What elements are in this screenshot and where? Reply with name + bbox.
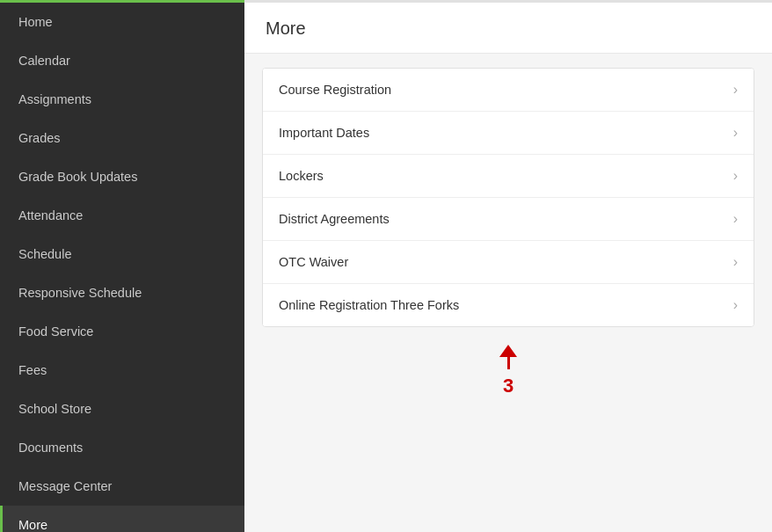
sidebar-item-label-grade-book-updates: Grade Book Updates xyxy=(18,170,137,184)
main-header: More xyxy=(244,3,772,54)
sidebar-item-label-more: More xyxy=(18,518,47,532)
chevron-icon-online-registration: › xyxy=(733,297,738,313)
sidebar-item-food-service[interactable]: Food Service xyxy=(0,312,244,351)
sidebar-item-fees[interactable]: Fees xyxy=(0,351,244,390)
sidebar-item-label-documents: Documents xyxy=(18,441,83,455)
menu-item-course-registration[interactable]: Course Registration› xyxy=(263,69,754,112)
sidebar-item-label-schedule: Schedule xyxy=(18,247,71,261)
menu-item-label-otc-waiver: OTC Waiver xyxy=(279,255,348,269)
menu-item-otc-waiver[interactable]: OTC Waiver› xyxy=(263,241,754,284)
sidebar-item-label-assignments: Assignments xyxy=(18,92,91,106)
sidebar-item-label-attendance: Attendance xyxy=(18,208,83,222)
main-content: Course Registration›Important Dates›Lock… xyxy=(244,54,772,532)
sidebar-item-school-store[interactable]: School Store xyxy=(0,390,244,428)
menu-item-label-online-registration: Online Registration Three Forks xyxy=(279,298,459,312)
sidebar-item-label-message-center: Message Center xyxy=(18,479,112,493)
menu-item-label-district-agreements: District Agreements xyxy=(279,212,390,226)
sidebar-item-grade-book-updates[interactable]: Grade Book Updates xyxy=(0,157,244,196)
annotation-number: 3 xyxy=(503,375,513,397)
menu-item-label-course-registration: Course Registration xyxy=(279,83,391,97)
sidebar-item-responsive-schedule[interactable]: Responsive Schedule xyxy=(0,273,244,312)
chevron-icon-important-dates: › xyxy=(733,125,738,141)
page-title: More xyxy=(266,18,751,39)
sidebar-item-calendar[interactable]: Calendar xyxy=(0,41,244,80)
menu-item-online-registration[interactable]: Online Registration Three Forks› xyxy=(263,284,754,326)
sidebar-item-schedule[interactable]: Schedule xyxy=(0,235,244,273)
chevron-icon-district-agreements: › xyxy=(733,211,738,227)
more-menu-list: Course Registration›Important Dates›Lock… xyxy=(262,68,754,327)
sidebar-item-grades[interactable]: Grades xyxy=(0,119,244,157)
chevron-icon-otc-waiver: › xyxy=(733,254,738,270)
sidebar-item-label-school-store: School Store xyxy=(18,402,91,416)
sidebar-item-label-responsive-schedule: Responsive Schedule xyxy=(18,286,142,300)
annotation-area: 3 xyxy=(262,327,754,415)
sidebar-item-label-fees: Fees xyxy=(18,363,47,377)
sidebar-item-home[interactable]: Home xyxy=(0,3,244,41)
menu-item-district-agreements[interactable]: District Agreements› xyxy=(263,198,754,241)
annotation-arrow-line xyxy=(507,357,510,369)
chevron-icon-course-registration: › xyxy=(733,82,738,98)
annotation-arrow-head xyxy=(499,345,517,357)
sidebar-item-message-center[interactable]: Message Center xyxy=(0,467,244,506)
main-panel: More Course Registration›Important Dates… xyxy=(244,0,772,532)
sidebar: HomeCalendarAssignmentsGradesGrade Book … xyxy=(0,0,244,532)
menu-item-lockers[interactable]: Lockers› xyxy=(263,155,754,198)
sidebar-item-attendance[interactable]: Attendance xyxy=(0,196,244,235)
sidebar-item-label-home: Home xyxy=(18,15,53,29)
sidebar-item-label-food-service: Food Service xyxy=(18,324,93,339)
sidebar-item-assignments[interactable]: Assignments xyxy=(0,80,244,119)
menu-item-label-important-dates: Important Dates xyxy=(279,126,369,140)
sidebar-item-label-grades: Grades xyxy=(18,131,61,145)
menu-item-important-dates[interactable]: Important Dates› xyxy=(263,112,754,155)
sidebar-item-documents[interactable]: Documents xyxy=(0,428,244,467)
chevron-icon-lockers: › xyxy=(733,168,738,184)
menu-item-label-lockers: Lockers xyxy=(279,169,324,183)
sidebar-item-label-calendar: Calendar xyxy=(18,54,70,68)
sidebar-item-more[interactable]: More xyxy=(0,506,244,532)
